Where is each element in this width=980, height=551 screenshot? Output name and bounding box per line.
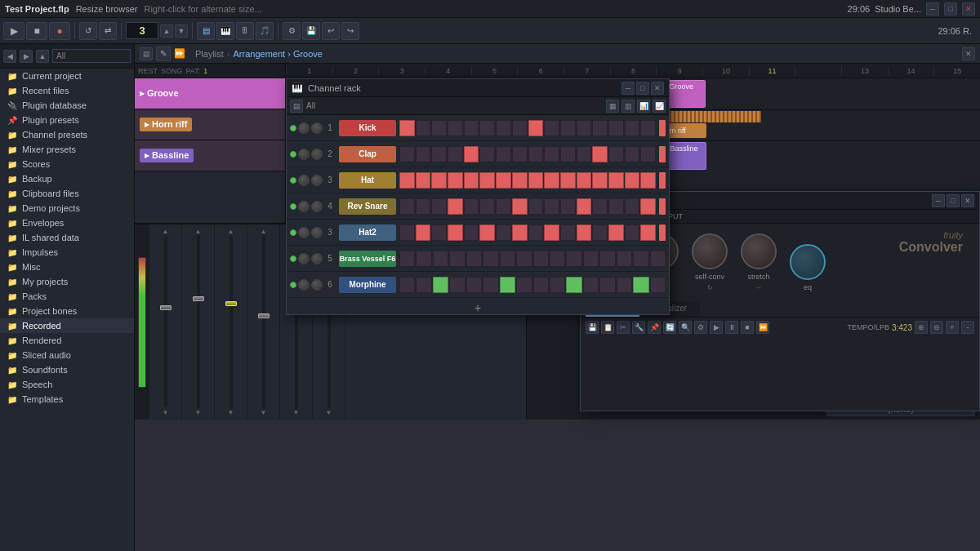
cr-step[interactable] <box>496 224 511 241</box>
cr-knob-kick-pan[interactable] <box>298 122 310 134</box>
cr-step[interactable] <box>528 146 544 162</box>
sidebar-item-mixer-presets[interactable]: 📁Mixer presets <box>0 142 134 157</box>
fc-tool-8[interactable]: ⚙ <box>694 321 707 334</box>
cr-step[interactable] <box>479 146 495 162</box>
fc-tool-2[interactable]: 📋 <box>601 321 614 334</box>
sidebar-item-plugin-database[interactable]: 🔌Plugin database <box>0 98 134 113</box>
cr-step[interactable] <box>448 172 463 189</box>
sidebar-item-impulses[interactable]: 📁Impulses <box>0 245 134 260</box>
sidebar-item-demo-projects[interactable]: 📁Demo projects <box>0 201 134 216</box>
cr-step[interactable] <box>608 198 624 215</box>
cr-step[interactable] <box>500 277 515 293</box>
save-btn[interactable]: 💾 <box>302 22 320 40</box>
cr-step[interactable] <box>516 251 532 267</box>
cr-step[interactable] <box>431 172 447 189</box>
cr-step[interactable] <box>592 146 608 162</box>
record-btn[interactable]: ● <box>49 22 70 40</box>
cr-step[interactable] <box>550 251 565 267</box>
cr-knob-rs-vol[interactable] <box>311 201 323 212</box>
cr-step[interactable] <box>496 120 511 136</box>
cr-step[interactable] <box>528 172 544 189</box>
cr-name-hat2[interactable]: Hat2 <box>339 224 396 241</box>
cr-led-revsnare[interactable] <box>290 203 296 210</box>
cr-led-kick[interactable] <box>290 125 296 131</box>
fc-tool-10[interactable]: ⏸ <box>725 321 738 334</box>
cr-step[interactable] <box>592 198 608 215</box>
sidebar-item-il-shared-data[interactable]: 📁IL shared data <box>0 230 134 245</box>
sidebar-item-plugin-presets[interactable]: 📌Plugin presets <box>0 113 134 127</box>
pl-menu-btn[interactable]: ▤ <box>140 47 153 60</box>
browser-path[interactable]: All <box>52 49 131 63</box>
fc-knob-eq-ctrl[interactable] <box>790 244 826 280</box>
fader-thumb-2[interactable] <box>193 296 204 301</box>
cr-step[interactable] <box>625 224 640 241</box>
fc-close[interactable]: ✕ <box>961 194 974 207</box>
tempo-display[interactable]: 3 <box>126 22 158 39</box>
sidebar-forward[interactable]: ▶ <box>20 50 33 63</box>
cr-step[interactable] <box>479 120 495 136</box>
cr-step[interactable] <box>431 224 447 241</box>
cr-step[interactable] <box>416 146 431 162</box>
fc-tool-4[interactable]: 🔧 <box>632 321 645 334</box>
cr-step[interactable] <box>550 277 565 293</box>
cr-step[interactable] <box>640 198 656 215</box>
cr-step[interactable] <box>399 224 415 241</box>
cr-step[interactable] <box>449 251 465 267</box>
fc-tool-6[interactable]: 🔄 <box>663 321 676 334</box>
cr-add-btn[interactable]: + <box>287 298 669 318</box>
cr-step[interactable] <box>592 224 608 241</box>
sidebar-item-recorded[interactable]: 📁Recorded <box>0 318 134 333</box>
cr-name-clap[interactable]: Clap <box>339 146 396 162</box>
cr-step[interactable] <box>625 120 640 136</box>
fc-tool-12[interactable]: ⏩ <box>756 321 769 334</box>
cr-step[interactable] <box>464 224 479 241</box>
cr-step[interactable] <box>544 224 559 241</box>
cr-knob-br-vol[interactable] <box>311 253 323 264</box>
cr-step[interactable] <box>617 251 632 267</box>
fader-thumb-4[interactable] <box>258 313 270 318</box>
cr-step[interactable] <box>399 120 415 136</box>
pl-close[interactable]: ✕ <box>962 47 975 60</box>
cr-step[interactable] <box>583 251 599 267</box>
cr-step[interactable] <box>399 198 415 215</box>
cr-step[interactable] <box>544 172 559 189</box>
cr-step[interactable] <box>496 146 511 162</box>
track-bass-label[interactable]: ▸ Bassline <box>135 140 285 171</box>
cr-knob-clap-pan[interactable] <box>298 149 310 160</box>
fader-thumb-1[interactable] <box>160 305 172 310</box>
cr-step[interactable] <box>608 224 624 241</box>
cr-name-hat[interactable]: Hat <box>339 172 396 189</box>
tempo-down[interactable]: ▼ <box>175 24 188 38</box>
fc-max[interactable]: □ <box>947 194 960 207</box>
cr-step[interactable] <box>479 198 495 215</box>
cr-step[interactable] <box>633 251 648 267</box>
cr-step[interactable] <box>464 120 479 136</box>
cr-step[interactable] <box>577 198 592 215</box>
cr-step[interactable] <box>416 198 431 215</box>
cr-step[interactable] <box>416 224 431 241</box>
cr-step[interactable] <box>466 277 482 293</box>
minimize-btn[interactable]: ─ <box>926 2 939 16</box>
resize-label[interactable]: Resize browser <box>76 4 138 14</box>
maximize-btn[interactable]: □ <box>944 2 957 16</box>
cr-step[interactable] <box>448 224 463 241</box>
cr-step[interactable] <box>592 120 608 136</box>
cr-step[interactable] <box>599 277 615 293</box>
cr-step[interactable] <box>516 277 532 293</box>
cr-step[interactable] <box>560 172 576 189</box>
cr-step[interactable] <box>560 224 576 241</box>
cr-step[interactable] <box>512 120 528 136</box>
cr-step[interactable] <box>577 120 592 136</box>
cr-step[interactable] <box>512 146 528 162</box>
cr-step[interactable] <box>608 146 624 162</box>
shuffle-btn[interactable]: ⇄ <box>99 22 117 40</box>
fader-thumb-3[interactable] <box>225 301 237 306</box>
fc-knob-sc-ctrl[interactable] <box>692 233 728 269</box>
cr-view-3[interactable]: 📊 <box>637 100 650 113</box>
cr-step[interactable] <box>608 120 624 136</box>
cr-step[interactable] <box>633 277 648 293</box>
cr-step[interactable] <box>399 251 415 267</box>
cr-step[interactable] <box>544 198 559 215</box>
cr-step[interactable] <box>431 198 447 215</box>
cr-step[interactable] <box>416 251 431 267</box>
